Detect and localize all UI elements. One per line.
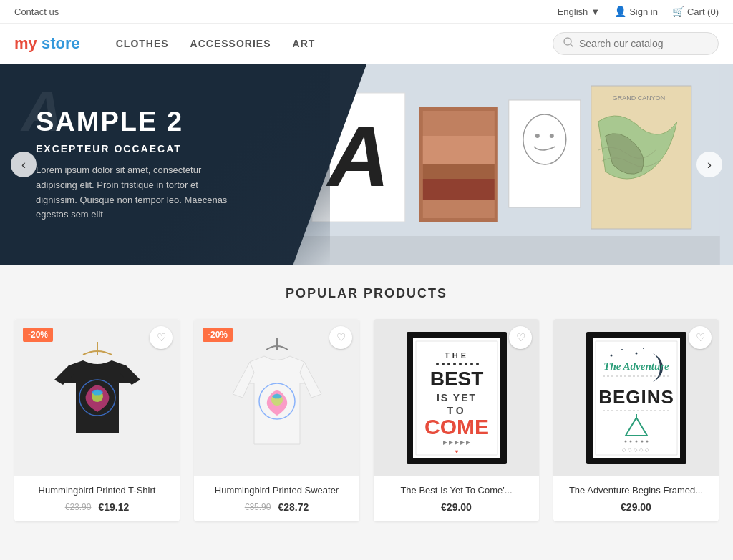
product-info-2: Hummingbird Printed Sweater €35.90 €28.7…: [194, 476, 359, 521]
person-icon: 👤: [614, 6, 626, 17]
cart-icon: 🛒: [672, 6, 684, 17]
logo-my: my: [14, 34, 37, 52]
price-single-4: €29.00: [621, 501, 651, 513]
svg-text:▶ ▶ ▶ ▶ ▶: ▶ ▶ ▶ ▶ ▶: [442, 439, 471, 446]
cart-link[interactable]: 🛒 Cart (0): [672, 6, 719, 17]
discount-badge-1: -20%: [23, 328, 53, 342]
sign-in-link[interactable]: 👤 Sign in: [614, 6, 658, 17]
price-new-2: €28.72: [278, 501, 309, 513]
svg-text:◇◇◇◇◇: ◇◇◇◇◇: [622, 447, 651, 452]
top-bar: Contact us English ▼ 👤 Sign in 🛒 Cart (0…: [0, 0, 733, 24]
nav-accessories[interactable]: ACCESSORIES: [190, 38, 271, 49]
svg-text:IS YET: IS YET: [436, 392, 476, 403]
logo[interactable]: my store: [14, 34, 80, 53]
hero-watermark: A: [21, 79, 59, 144]
price-single-3: €29.00: [441, 501, 472, 513]
search-input[interactable]: [579, 38, 708, 49]
logo-store: store: [42, 34, 80, 52]
products-grid: -20% ♡: [14, 319, 719, 521]
svg-point-14: [550, 134, 554, 138]
svg-point-13: [535, 134, 540, 138]
product-info-1: Hummingbird Printed T-Shirt €23.90 €19.1…: [14, 476, 180, 521]
svg-point-55: [629, 440, 631, 442]
svg-text:THE: THE: [445, 351, 469, 360]
product-name-3: The Best Is Yet To Come'...: [384, 485, 529, 496]
popular-products-title: POPULAR PRODUCTS: [14, 286, 719, 301]
nav-art[interactable]: ART: [293, 38, 316, 49]
wishlist-button-4[interactable]: ♡: [689, 326, 712, 349]
svg-line-1: [571, 44, 573, 46]
header: my store CLOTHES ACCESSORIES ART: [0, 24, 733, 64]
svg-text:The Adventure: The Adventure: [603, 360, 669, 372]
svg-point-44: [610, 354, 612, 356]
hero-banner: A SAMPLE 2 EXCEPTEUR OCCAECAT Lorem ipsu…: [0, 64, 733, 265]
svg-point-30: [453, 363, 456, 365]
product-image-area-2: -20% ♡: [194, 319, 359, 476]
product-prices-4: €29.00: [563, 501, 709, 513]
svg-point-28: [442, 363, 445, 365]
hero-next-button[interactable]: ›: [696, 152, 722, 177]
contact-us-link[interactable]: Contact us: [14, 6, 59, 17]
product-card-3[interactable]: ♡ THE: [374, 319, 539, 521]
svg-point-54: [624, 440, 626, 442]
svg-point-57: [641, 440, 643, 442]
svg-point-32: [465, 363, 467, 365]
search-icon: [563, 37, 573, 50]
svg-rect-9: [423, 179, 495, 200]
svg-point-27: [436, 363, 439, 365]
product-info-3: The Best Is Yet To Come'... €29.00: [374, 476, 539, 521]
svg-text:BEGINS: BEGINS: [598, 386, 674, 408]
svg-rect-8: [423, 164, 495, 179]
wishlist-button-3[interactable]: ♡: [509, 326, 532, 349]
nav-clothes[interactable]: CLOTHES: [116, 38, 169, 49]
svg-point-56: [635, 440, 637, 442]
product-info-4: The Adventure Begins Framed... €29.00: [553, 476, 719, 521]
product-card-2[interactable]: -20% ♡ Hu: [194, 319, 359, 521]
hero-prev-button[interactable]: ‹: [11, 152, 37, 177]
top-bar-right: English ▼ 👤 Sign in 🛒 Cart (0): [558, 6, 719, 17]
svg-rect-11: [509, 100, 581, 207]
language-selector[interactable]: English ▼: [558, 6, 601, 17]
product-name-1: Hummingbird Printed T-Shirt: [24, 485, 170, 496]
svg-point-33: [470, 363, 473, 365]
hero-subtitle: EXCEPTEUR OCCAECAT: [36, 143, 294, 154]
svg-text:BEST: BEST: [429, 368, 483, 390]
product-image-area-4: ♡ The Adventure: [553, 319, 719, 476]
svg-rect-10: [423, 136, 495, 164]
discount-badge-2: -20%: [203, 328, 233, 342]
hero-title: SAMPLE 2: [36, 107, 294, 137]
product-name-4: The Adventure Begins Framed...: [563, 485, 709, 496]
popular-products-section: POPULAR PRODUCTS -20% ♡: [0, 265, 733, 543]
svg-text:GRAND CANYON: GRAND CANYON: [613, 94, 666, 102]
wishlist-button-2[interactable]: ♡: [329, 326, 352, 349]
svg-point-47: [643, 348, 644, 349]
svg-point-46: [635, 352, 637, 354]
hero-description: Lorem ipsum dolor sit amet, consectetur …: [36, 163, 236, 222]
svg-rect-3: [269, 236, 720, 265]
product-name-2: Hummingbird Printed Sweater: [204, 485, 349, 496]
price-old-2: €35.90: [245, 502, 271, 512]
svg-point-58: [646, 440, 648, 442]
svg-point-29: [447, 363, 450, 365]
svg-point-34: [476, 363, 479, 365]
product-image-area-1: -20% ♡: [14, 319, 180, 476]
hero-content: A SAMPLE 2 EXCEPTEUR OCCAECAT Lorem ipsu…: [0, 64, 330, 265]
wishlist-button-1[interactable]: ♡: [150, 326, 173, 349]
main-nav: CLOTHES ACCESSORIES ART: [116, 38, 531, 49]
price-old-1: €23.90: [65, 502, 92, 512]
search-box[interactable]: [553, 32, 719, 55]
product-prices-1: €23.90 €19.12: [24, 501, 170, 513]
product-image-area-3: ♡ THE: [374, 319, 539, 476]
svg-text:♥: ♥: [455, 448, 458, 455]
product-prices-2: €35.90 €28.72: [204, 501, 349, 513]
svg-point-31: [459, 363, 462, 365]
product-prices-3: €29.00: [384, 501, 529, 513]
product-card-4[interactable]: ♡ The Adventure: [553, 319, 719, 521]
svg-text:COME: COME: [424, 415, 489, 438]
product-card-1[interactable]: -20% ♡: [14, 319, 180, 521]
svg-point-45: [621, 349, 623, 350]
price-new-1: €19.12: [98, 501, 129, 513]
